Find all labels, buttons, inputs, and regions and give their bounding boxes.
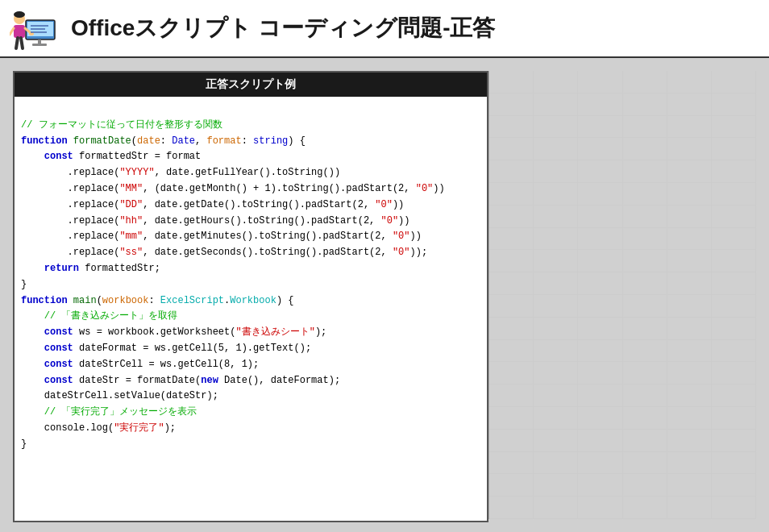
grid-cell <box>578 430 622 452</box>
grid-cell <box>667 138 712 160</box>
grid-cell <box>712 295 756 318</box>
grid-cell <box>667 116 712 139</box>
grid-cell <box>623 295 667 318</box>
grid-cell <box>712 160 756 183</box>
grid-cell <box>623 183 667 206</box>
grid-cell <box>534 183 578 206</box>
grid-cell <box>667 228 712 251</box>
grid-cell <box>578 340 622 363</box>
code-line-7: .replace("ss", date.getSeconds().toStrin… <box>21 247 427 258</box>
grid-cell <box>534 116 578 139</box>
code-panel: 正答スクリプト例 // フォーマットに従って日付を整形する関数 function… <box>13 71 488 522</box>
grid-cell <box>534 250 578 272</box>
code-line-11: const dateStrCell = ws.getCell(8, 1); <box>21 359 259 370</box>
grid-cell <box>578 362 622 384</box>
grid-cell <box>712 183 756 206</box>
grid-cell <box>578 384 622 407</box>
grid-cell <box>489 71 534 94</box>
grid-cell <box>489 407 534 430</box>
grid-cell <box>712 272 756 295</box>
func2-signature: function main(workbook: ExcelScript.Work… <box>21 295 293 306</box>
grid-cell <box>712 318 756 340</box>
grid-cell <box>534 138 578 160</box>
code-line-10: const dateFormat = ws.getCell(5, 1).getT… <box>21 343 311 354</box>
code-line-13: dateStrCell.setValue(dateStr); <box>21 390 218 401</box>
grid-cell <box>623 206 667 228</box>
grid-cell <box>578 474 622 497</box>
code-line-12: const dateStr = formatDate(new Date(), d… <box>21 375 340 386</box>
code-body: // フォーマットに従って日付を整形する関数 function formatDa… <box>15 97 487 473</box>
grid-cell <box>623 318 667 340</box>
grid-cell <box>578 407 622 430</box>
grid-cell <box>578 206 622 228</box>
svg-line-11 <box>21 38 23 48</box>
grid-cell <box>712 94 756 116</box>
grid-cell <box>667 384 712 407</box>
grid-cell <box>667 272 712 295</box>
grid-cell <box>578 138 622 160</box>
grid-cell <box>489 228 534 251</box>
grid-cell <box>489 474 534 497</box>
grid-cell <box>534 206 578 228</box>
grid-cell <box>712 362 756 384</box>
grid-cell <box>623 228 667 251</box>
code-line-4: .replace("DD", date.getDate().toString()… <box>21 199 404 210</box>
code-line-6: .replace("mm", date.getMinutes().toStrin… <box>21 231 422 242</box>
grid-cell <box>578 497 622 519</box>
grid-cell <box>667 206 712 228</box>
code-line-2: .replace("YYYY", date.getFullYear().toSt… <box>21 167 340 178</box>
grid-cell <box>489 497 534 519</box>
grid-cell <box>489 272 534 295</box>
code-line-3: .replace("MM", (date.getMonth() + 1).toS… <box>21 183 445 194</box>
grid-cell <box>623 362 667 384</box>
comment-line-3: // 「実行完了」メッセージを表示 <box>21 406 197 418</box>
grid-cell <box>534 384 578 407</box>
svg-point-5 <box>14 11 25 18</box>
grid-cell <box>534 497 578 519</box>
grid-cell <box>489 384 534 407</box>
grid-cell <box>712 430 756 452</box>
grid-cell <box>667 407 712 430</box>
code-line-9: const ws = workbook.getWorksheet("書き込みシー… <box>21 326 326 338</box>
grid-cell <box>712 407 756 430</box>
grid-cell <box>623 138 667 160</box>
grid-cell <box>489 116 534 139</box>
grid-cell <box>489 318 534 340</box>
grid-cell <box>534 318 578 340</box>
grid-cell <box>534 452 578 475</box>
grid-cell <box>667 295 712 318</box>
grid-cell <box>667 250 712 272</box>
grid-cell <box>623 272 667 295</box>
page-header: Officeスクリプト コーディング問題-正答 <box>0 0 769 58</box>
grid-cell <box>489 138 534 160</box>
grid-cell <box>534 430 578 452</box>
grid-cell <box>712 474 756 497</box>
grid-cell <box>712 228 756 251</box>
grid-cell <box>623 94 667 116</box>
grid-cell <box>534 474 578 497</box>
main-area: 正答スクリプト例 // フォーマットに従って日付を整形する関数 function… <box>0 58 769 532</box>
grid-cell <box>489 295 534 318</box>
grid-cell <box>623 340 667 363</box>
grid-cell <box>667 160 712 183</box>
grid-cell <box>534 71 578 94</box>
grid-cell <box>712 452 756 475</box>
grid-cell <box>489 452 534 475</box>
grid-cell <box>712 71 756 94</box>
grid-cell <box>489 250 534 272</box>
grid-cell <box>712 116 756 139</box>
grid-cell <box>578 250 622 272</box>
grid-cell <box>578 228 622 251</box>
grid-cell <box>534 340 578 363</box>
grid-cell <box>712 384 756 407</box>
svg-rect-3 <box>32 44 47 46</box>
grid-cell <box>623 407 667 430</box>
panel-header: 正答スクリプト例 <box>15 73 487 97</box>
grid-cell <box>712 138 756 160</box>
comment-line-1: // フォーマットに従って日付を整形する関数 <box>21 119 222 131</box>
grid-cell <box>578 272 622 295</box>
grid-cell <box>623 71 667 94</box>
grid-cell <box>667 318 712 340</box>
func1-signature: function formatDate(date: Date, format: … <box>21 135 306 147</box>
comment-line-2: // 「書き込みシート」を取得 <box>21 310 177 322</box>
